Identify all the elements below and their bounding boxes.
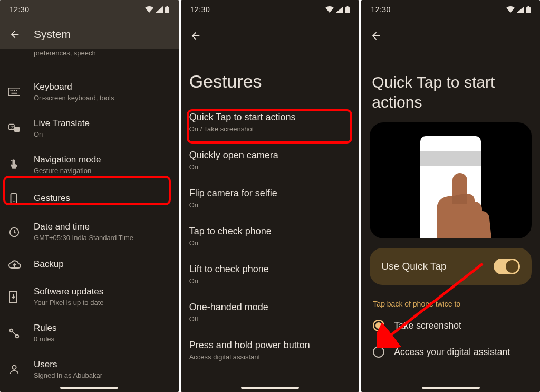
row-users[interactable]: Users Signed in as Abubakar [0, 351, 179, 388]
row-title: Users [34, 359, 170, 370]
app-bar: System [0, 19, 179, 49]
user-icon [8, 364, 34, 375]
row-title: Tap to check phone [189, 226, 351, 237]
svg-rect-5 [14, 90, 15, 91]
svg-rect-4 [12, 90, 13, 91]
radio-unselected-icon[interactable] [373, 346, 384, 358]
nav-pill[interactable] [422, 387, 480, 389]
row-sub: Off [189, 315, 351, 323]
row-title: Press and hold power button [189, 340, 351, 351]
row-sub: On / Take screenshot [189, 125, 351, 133]
row-software-updates[interactable]: Software updates Your Pixel is up to dat… [0, 279, 179, 315]
svg-rect-12 [13, 202, 15, 202]
switch-on-icon[interactable] [494, 259, 520, 274]
app-bar [181, 19, 360, 47]
option-take-screenshot[interactable]: Take screenshot [361, 312, 540, 339]
status-icons [145, 6, 169, 13]
hand-illustration [421, 165, 510, 238]
row-sub: On [189, 163, 351, 171]
cloud-upload-icon [8, 260, 34, 269]
status-icons [506, 6, 531, 13]
use-quick-tap-toggle[interactable]: Use Quick Tap [370, 248, 532, 285]
row-navigation-mode[interactable]: Navigation mode Gesture navigation [0, 147, 179, 183]
row-sub: On [34, 130, 170, 139]
row-sub: Access digital assistant [189, 353, 351, 361]
svg-rect-21 [528, 6, 529, 7]
svg-rect-18 [345, 7, 350, 13]
row-one-hand[interactable]: One-handed mode Off [181, 293, 360, 331]
row-sub: On-screen keyboard, tools [34, 94, 170, 103]
row-rules[interactable]: Rules 0 rules [0, 315, 179, 351]
page-title: Gestures [181, 47, 360, 103]
row-title: Keyboard [34, 81, 170, 93]
nav-pill[interactable] [241, 387, 299, 389]
truncated-subtitle: preferences, speech [0, 49, 179, 59]
row-title: Navigation mode [34, 154, 170, 166]
row-power-button[interactable]: Press and hold power button Access digit… [181, 331, 360, 369]
row-title: Software updates [34, 286, 170, 298]
rules-icon [8, 328, 34, 339]
battery-icon [526, 6, 531, 13]
battery-icon [345, 6, 350, 13]
row-sub: Your Pixel is up to date [34, 299, 170, 308]
page-title: Quick Tap to start actions [361, 47, 540, 122]
gestures-list: Quick Tap to start actions On / Take scr… [181, 103, 360, 369]
swipe-icon [8, 159, 34, 170]
row-open-camera[interactable]: Quickly open camera On [181, 141, 360, 179]
row-gestures[interactable]: Gestures [0, 183, 179, 214]
row-flip-camera[interactable]: Flip camera for selfie On [181, 179, 360, 217]
toggle-label: Use Quick Tap [381, 261, 446, 272]
wifi-icon [145, 6, 153, 13]
back-icon[interactable] [8, 28, 21, 41]
svg-rect-3 [11, 90, 12, 91]
screen-system: 12:30 System preferences, speech Keyboar… [0, 0, 179, 392]
row-title: Quickly open camera [189, 150, 351, 161]
svg-rect-20 [526, 7, 531, 13]
svg-rect-2 [8, 88, 20, 96]
row-title: Quick Tap to start actions [189, 112, 351, 123]
row-date-time[interactable]: Date and time GMT+05:30 India Standard T… [0, 214, 179, 250]
svg-rect-9 [14, 127, 20, 132]
row-backup[interactable]: Backup [0, 250, 179, 279]
nav-pill[interactable] [60, 387, 118, 389]
app-bar [361, 19, 540, 47]
row-live-translate[interactable]: 文 Live Translate On [0, 110, 179, 147]
row-quick-tap[interactable]: Quick Tap to start actions On / Take scr… [181, 103, 360, 141]
row-tap-check[interactable]: Tap to check phone On [181, 217, 360, 255]
row-sub: On [189, 201, 351, 209]
row-sub: On [189, 239, 351, 247]
status-icons [325, 6, 350, 13]
option-label: Take screenshot [394, 320, 461, 331]
row-sub: On [189, 277, 351, 285]
svg-point-17 [12, 366, 16, 369]
appbar-region: 12:30 System [0, 0, 179, 49]
status-bar: 12:30 [361, 0, 540, 19]
row-title: Live Translate [34, 118, 170, 129]
wifi-icon [506, 6, 515, 13]
wifi-icon [325, 6, 334, 13]
option-digital-assistant[interactable]: Access your digital assistant [361, 339, 540, 365]
status-time: 12:30 [371, 5, 391, 14]
row-title: Lift to check phone [189, 264, 351, 275]
status-time: 12:30 [190, 5, 210, 14]
illustration [370, 122, 532, 238]
page-title: System [34, 28, 71, 41]
signal-icon [156, 6, 163, 13]
back-icon[interactable] [370, 30, 382, 42]
screen-quick-tap: 12:30 Quick Tap to start actions Use Qui… [361, 0, 540, 392]
back-icon[interactable] [189, 30, 202, 42]
row-sub: Signed in as Abubakar [34, 371, 170, 380]
system-update-icon [8, 291, 34, 303]
svg-rect-7 [12, 93, 17, 94]
status-bar: 12:30 [181, 0, 360, 19]
radio-selected-icon[interactable] [373, 320, 384, 331]
settings-list: Keyboard On-screen keyboard, tools 文 Liv… [0, 59, 179, 388]
row-title: One-handed mode [189, 302, 351, 313]
row-lift-check[interactable]: Lift to check phone On [181, 255, 360, 293]
row-keyboard[interactable]: Keyboard On-screen keyboard, tools [0, 74, 179, 110]
row-title: Flip camera for selfie [189, 188, 351, 199]
battery-icon [165, 6, 169, 13]
row-sub: Gesture navigation [34, 167, 170, 176]
svg-text:文: 文 [11, 125, 14, 129]
status-time: 12:30 [9, 5, 30, 14]
